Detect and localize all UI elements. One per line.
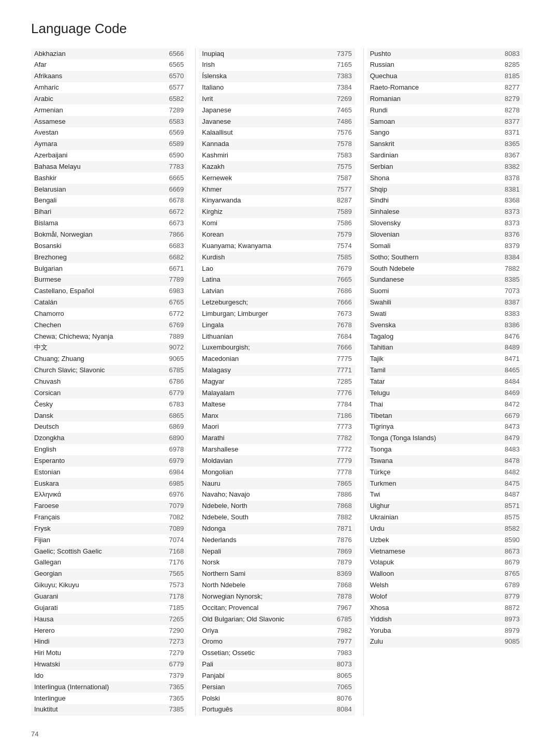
language-code: 7574 [333,241,352,251]
language-name: Swati [370,309,501,319]
list-item: Norwegian Nynorsk;7878 [199,591,355,603]
language-code: 7686 [333,286,352,296]
language-name: Georgian [34,569,165,579]
language-name: Japanese [202,106,333,115]
language-code: 8575 [501,513,520,522]
language-code: 7379 [165,671,184,681]
language-code: 7866 [165,230,184,240]
language-code: 7771 [333,366,352,375]
language-code: 7074 [165,535,184,545]
language-name: Wolof [370,592,501,602]
language-name: Ndonga [202,524,333,534]
list-item: Hrwatski6779 [31,659,187,671]
language-name: Bosanski [34,241,165,251]
list-item: Ελληνικά6976 [31,489,187,501]
language-code: 8469 [501,388,520,398]
column-3: Pushto8083Russian8285Quechua8185Raeto-Ro… [367,48,528,648]
language-code: 6671 [165,264,184,274]
language-name: Nederlands [202,535,333,545]
language-code: 8679 [501,558,520,568]
language-code: 7783 [165,162,184,172]
language-name: Rundi [370,106,501,115]
language-name: Kalaallisut [202,128,333,138]
list-item: Guarani7178 [31,591,187,603]
language-code: 7882 [501,264,520,274]
language-name: Nauru [202,479,333,489]
language-code: 7587 [333,173,352,183]
language-name: Maltese [202,400,333,410]
language-name: Shona [370,173,501,183]
language-name: Kazakh [202,162,333,172]
list-item: Moldavian7779 [199,455,355,467]
list-item: Slovensky8373 [367,218,523,229]
language-code: 8277 [501,83,520,93]
language-name: Hindi [34,637,165,647]
language-name: Inupiaq [202,49,333,59]
list-item: Chuvash6786 [31,376,187,387]
language-name: Tigrinya [370,422,501,432]
list-item: Bashkir6665 [31,172,187,184]
language-name: Tswana [370,456,501,466]
list-item: Welsh6789 [367,580,523,591]
language-name: Italiano [202,83,333,93]
language-code: 7290 [165,626,184,636]
language-name: Sotho; Southern [370,253,501,263]
list-item: Nauru7865 [199,478,355,489]
language-name: Swahili [370,298,501,308]
language-name: Ivrit [202,94,333,104]
list-item: Xhosa8872 [367,602,523,614]
language-code: 7869 [333,547,352,557]
language-name: Dzongkha [34,433,165,443]
language-code: 7784 [333,400,352,410]
language-code: 7273 [165,637,184,647]
language-name: Pali [202,660,333,670]
list-item: Fijian7074 [31,534,187,546]
language-code: 8472 [501,400,520,410]
language-name: Sardinian [370,151,501,161]
page-title: Language Code [31,21,528,37]
list-item: Tibetan6679 [367,410,523,421]
language-name: Mongolian [202,468,333,477]
language-code: 8373 [501,219,520,228]
language-name: Latina [202,275,333,285]
list-item: Pushto8083 [367,48,523,60]
language-name: Tonga (Tonga Islands) [370,433,501,443]
language-code: 8367 [501,151,520,161]
language-code: 6583 [165,117,184,127]
language-code: 8673 [501,547,520,557]
list-item: Sundanese8385 [367,274,523,286]
list-item: Manx7186 [199,410,355,421]
language-code: 7079 [165,501,184,511]
list-item: Irish7165 [199,60,355,71]
language-name: Uighur [370,501,501,511]
list-item: English6978 [31,444,187,456]
list-item: Interlingua (International)7365 [31,681,187,693]
language-name: Castellano, Español [34,286,165,296]
language-name: Sango [370,128,501,138]
language-name: Tagalog [370,332,501,342]
language-code: 8084 [333,705,352,715]
language-name: Kernewek [202,173,333,183]
language-name: Latvian [202,286,333,296]
language-code: 6783 [165,400,184,410]
language-code: 6985 [165,479,184,489]
list-item: Hiri Motu7279 [31,648,187,659]
language-name: Magyar [202,377,333,387]
list-item: Sango8371 [367,127,523,139]
language-name: Azerbaijani [34,151,165,161]
list-item: Svenska8386 [367,319,523,331]
language-name: Luxembourgish; [202,343,333,353]
language-code: 8872 [501,603,520,613]
language-code: 8471 [501,354,520,364]
language-name: Nepali [202,547,333,557]
language-code: 7868 [333,501,352,511]
language-code: 7772 [333,445,352,455]
language-code: 6890 [165,433,184,443]
list-item: Letzeburgesch;7666 [199,297,355,309]
list-item: Ndonga7871 [199,523,355,534]
language-code: 8382 [501,162,520,172]
language-code: 7967 [333,603,352,613]
list-item: Tatar8484 [367,376,523,387]
language-code: 8185 [501,71,520,81]
language-name: Česky [34,400,165,410]
